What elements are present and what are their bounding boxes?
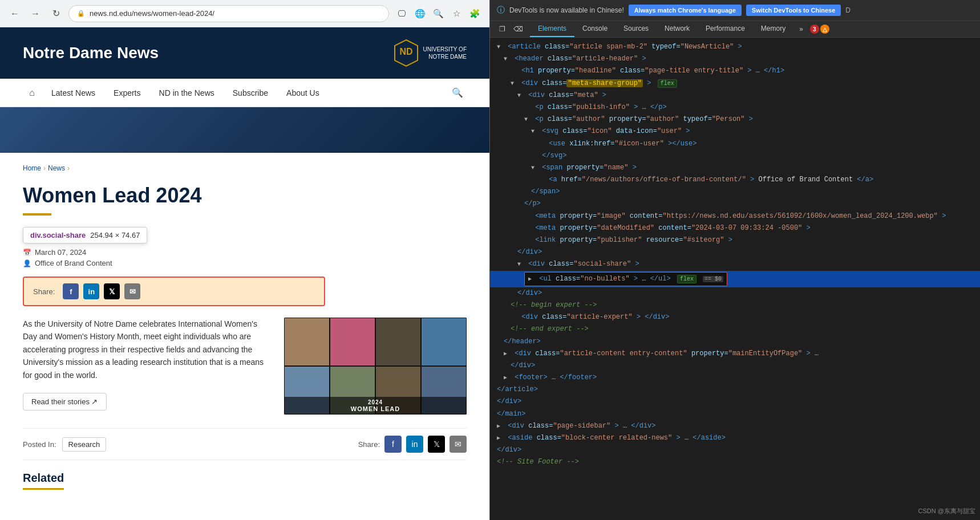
tab-performance[interactable]: Performance xyxy=(698,21,753,37)
nav-link-subscribe[interactable]: Subscribe xyxy=(225,84,276,102)
breadcrumb: Home › News › xyxy=(23,164,467,172)
dom-line-main-close[interactable]: </main> xyxy=(490,408,980,420)
dom-line-article-close[interactable]: </article> xyxy=(490,384,980,396)
bottom-share-email-button[interactable]: ✉ xyxy=(449,436,467,453)
left-panel: ← → ↻ 🔒 news.nd.edu/news/women-lead-2024… xyxy=(0,0,489,520)
dom-line-article-expert[interactable]: <div class="article-expert" > </div> xyxy=(490,311,980,323)
dom-line-meta-share-group[interactable]: <div class="meta-share-group" > flex xyxy=(490,78,980,90)
share-facebook-button[interactable]: f xyxy=(63,283,79,299)
dom-line-meta-date[interactable]: <meta property="dateModified" content="2… xyxy=(490,222,980,234)
dom-line-svg-close[interactable]: </svg> xyxy=(490,150,980,162)
nav-link-about-us[interactable]: About Us xyxy=(278,84,327,102)
bottom-share-label: Share: xyxy=(358,440,380,449)
triangle-icon xyxy=(504,350,511,359)
img-cell-2 xyxy=(330,318,375,366)
nav-link-nd-in-the-news[interactable]: ND in the News xyxy=(151,84,222,102)
dom-line-span-name[interactable]: <span property="name" > xyxy=(490,162,980,174)
dom-line-div-close-1[interactable]: </div> xyxy=(490,396,980,408)
dom-line-meta-div-close[interactable]: </div> xyxy=(490,246,980,258)
image-overlay-text: WOMEN LEAD xyxy=(351,405,400,412)
nav-home-button[interactable]: ⌂ xyxy=(23,84,41,102)
back-button[interactable]: ← xyxy=(7,6,23,22)
dom-line-comment-site-footer[interactable]: <!-- Site Footer --> xyxy=(490,456,980,468)
tooltip-classname: div.social-share xyxy=(30,231,86,239)
dom-line-related-news[interactable]: <aside class="block-center related-news"… xyxy=(490,432,980,444)
share-email-button[interactable]: ✉ xyxy=(124,283,140,299)
site-nav: ⌂ Latest News Experts ND in the News Sub… xyxy=(0,79,489,107)
meta-date-row: 📅 March 07, 2024 xyxy=(23,248,467,257)
dom-line-footer[interactable]: <footer> … </footer> xyxy=(490,372,980,384)
extensions-button[interactable]: 🧩 xyxy=(467,6,483,22)
dom-line-use[interactable]: <use xlink:href="#icon-user" ></use> xyxy=(490,138,980,150)
dom-line-header-close[interactable]: </header> xyxy=(490,336,980,348)
translate-button[interactable]: 🌐 xyxy=(412,6,428,22)
research-tag-button[interactable]: Research xyxy=(62,437,107,452)
article-date: March 07, 2024 xyxy=(35,248,86,257)
nd-logo: ND UNIVERSITY OF NOTRE DAME xyxy=(394,39,467,67)
dom-line-span-close[interactable]: </span> xyxy=(490,186,980,198)
url-bar[interactable]: 🔒 news.nd.edu/news/women-lead-2024/ xyxy=(68,5,389,22)
nd-logo-shield-icon: ND xyxy=(394,39,419,67)
article-title: Women Lead 2024 xyxy=(23,184,467,208)
breadcrumb-news[interactable]: News xyxy=(48,164,65,172)
zoom-button[interactable]: 🔍 xyxy=(430,6,446,22)
error-badge: 3 xyxy=(810,25,819,34)
match-language-button[interactable]: Always match Chrome's language xyxy=(629,5,742,16)
dom-line-anchor-brand[interactable]: <a href="/news/authors/office-of-brand-c… xyxy=(490,174,980,186)
nav-search-button[interactable]: 🔍 xyxy=(448,84,467,102)
devtools-device-icon[interactable]: ⌫ xyxy=(511,22,525,36)
dom-line-div-close-2[interactable]: </div> xyxy=(490,444,980,456)
switch-devtools-button[interactable]: Switch DevTools to Chinese xyxy=(746,5,841,16)
devtools-dom-content[interactable]: <article class="article span-mb-2" typeo… xyxy=(490,38,980,520)
bottom-bar: Posted In: Research Share: f in 𝕏 ✉ xyxy=(23,428,467,460)
tab-network[interactable]: Network xyxy=(657,21,698,37)
tooltip-box: div.social-share 254.94 × 74.67 xyxy=(23,227,147,243)
dom-line-link-publisher[interactable]: <link property="publisher" resource="#si… xyxy=(490,234,980,246)
tab-sources[interactable]: Sources xyxy=(615,21,657,37)
dom-line-social-share-close[interactable]: </div> xyxy=(490,287,980,299)
dom-line-content-div-close[interactable]: </div> xyxy=(490,360,980,372)
dom-line-comment-end[interactable]: <!-- end expert --> xyxy=(490,323,980,335)
devtools-notification: ⓘ DevTools is now available in Chinese! … xyxy=(490,0,980,21)
read-more-button[interactable]: Read their stories ↗ xyxy=(23,393,107,411)
article-meta: 📅 March 07, 2024 👤 Office of Brand Conte… xyxy=(23,248,467,267)
dom-line-page-sidebar[interactable]: <div class="page-sidebar" > … </div> xyxy=(490,420,980,432)
tab-console[interactable]: Console xyxy=(574,21,615,37)
bottom-share-linkedin-button[interactable]: in xyxy=(406,436,423,453)
dom-line-comment-begin[interactable]: <!-- begin expert --> xyxy=(490,299,980,311)
share-linkedin-button[interactable]: in xyxy=(83,283,99,299)
reload-button[interactable]: ↻ xyxy=(48,6,64,22)
img-cell-1 xyxy=(284,318,330,366)
dom-line-publish-info[interactable]: <p class="publish-info" > … </p> xyxy=(490,101,980,113)
dom-line-header[interactable]: <header class="article-header" > xyxy=(490,53,980,65)
dom-line-social-share[interactable]: <div class="social-share" > xyxy=(490,258,980,270)
bottom-share-x-button[interactable]: 𝕏 xyxy=(428,436,445,453)
tab-elements[interactable]: Elements xyxy=(530,21,574,37)
bookmark-button[interactable]: ☆ xyxy=(448,6,464,22)
dom-line-p-close[interactable]: </p> xyxy=(490,198,980,210)
nav-link-experts[interactable]: Experts xyxy=(106,84,148,102)
share-x-button[interactable]: 𝕏 xyxy=(104,283,120,299)
dom-line-meta-image[interactable]: <meta property="image" content="https://… xyxy=(490,210,980,222)
dom-line-h1[interactable]: <h1 property="headline" class="page-titl… xyxy=(490,65,980,77)
tab-memory[interactable]: Memory xyxy=(753,21,793,37)
nav-link-latest-news[interactable]: Latest News xyxy=(43,84,103,102)
dom-line-svg[interactable]: <svg class="icon" data-icon="user" > xyxy=(490,125,980,137)
devtools-tabs: ❐ ⌫ Elements Console Sources Network Per… xyxy=(490,21,980,38)
forward-button[interactable]: → xyxy=(27,6,43,22)
devtools-cursor-icon[interactable]: ❐ xyxy=(495,22,509,36)
breadcrumb-home[interactable]: Home xyxy=(23,164,41,172)
dom-line-author[interactable]: <p class="author" property="author" type… xyxy=(490,113,980,125)
dom-line-ul-no-bullets[interactable]: <ul class="no-bullets" > … </ul> flex ==… xyxy=(490,271,980,287)
dom-line-meta[interactable]: <div class="meta" > xyxy=(490,90,980,101)
screenshot-button[interactable]: 🖵 xyxy=(394,6,410,22)
share-label: Share: xyxy=(33,287,55,296)
dom-line-article[interactable]: <article class="article span-mb-2" typeo… xyxy=(490,41,980,53)
dom-line-article-content[interactable]: <div class="article-content entry-conten… xyxy=(490,348,980,360)
image-overlay: 2024 WOMEN LEAD xyxy=(284,397,467,415)
site-title: Notre Dame News xyxy=(23,44,159,62)
related-title: Related xyxy=(23,472,64,490)
triangle-icon xyxy=(504,373,511,383)
bottom-share-facebook-button[interactable]: f xyxy=(384,436,402,453)
tab-more[interactable]: » xyxy=(795,22,808,36)
